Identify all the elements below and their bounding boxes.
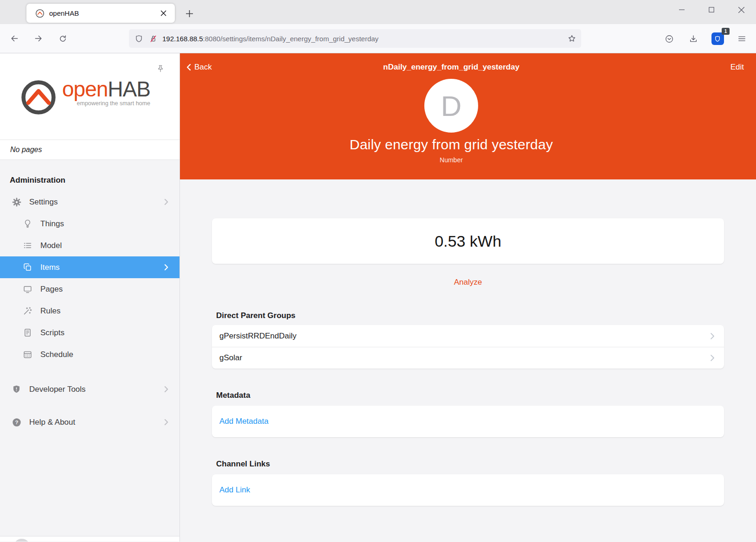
sidebar-item-label: Help & About bbox=[29, 418, 75, 427]
chevron-right-icon bbox=[163, 199, 169, 205]
item-state-value: 0.53 kWh bbox=[435, 232, 501, 250]
sidebar-item-help-about[interactable]: ? Help & About bbox=[0, 411, 179, 433]
sidebar-item-scripts[interactable]: Scripts bbox=[0, 322, 179, 344]
sidebar-item-schedule[interactable]: Schedule bbox=[0, 344, 179, 365]
item-type-label: Number bbox=[350, 156, 553, 164]
sidebar-item-label: Schedule bbox=[40, 350, 73, 359]
parent-groups-card: gPersistRRDEndDaily gSolar bbox=[212, 325, 724, 369]
browser-back-button[interactable] bbox=[6, 31, 22, 46]
sidebar-item-rules[interactable]: Rules bbox=[0, 300, 179, 322]
openhab-favicon-icon bbox=[35, 9, 45, 18]
add-metadata-link[interactable]: Add Metadata bbox=[219, 417, 269, 426]
sidebar-item-label: Pages bbox=[40, 285, 63, 294]
sidebar-item-items[interactable]: Items bbox=[0, 256, 179, 278]
back-button[interactable]: Back bbox=[186, 63, 212, 72]
bitwarden-extension-icon[interactable]: 1 bbox=[710, 31, 725, 47]
item-avatar: D bbox=[424, 79, 478, 133]
menu-hamburger-icon[interactable] bbox=[734, 31, 750, 47]
chevron-left-icon bbox=[186, 64, 192, 70]
tracking-protection-shield-icon[interactable] bbox=[135, 34, 143, 43]
item-avatar-letter: D bbox=[441, 89, 462, 122]
group-row-gpersistrrdenddaily[interactable]: gPersistRRDEndDaily bbox=[212, 325, 724, 347]
direct-parent-groups-heading: Direct Parent Groups bbox=[212, 311, 724, 320]
browser-titlebar: openHAB bbox=[0, 0, 756, 24]
edit-button[interactable]: Edit bbox=[730, 63, 744, 72]
question-circle-icon: ? bbox=[10, 417, 23, 427]
logo-open-text: open bbox=[62, 77, 108, 101]
administration-heading: Administration bbox=[0, 169, 179, 191]
chevron-right-icon bbox=[709, 355, 716, 361]
chevron-right-icon bbox=[163, 386, 169, 392]
browser-forward-button[interactable] bbox=[31, 31, 46, 46]
sidebar-item-label: Settings bbox=[29, 198, 58, 207]
avatar[interactable] bbox=[13, 539, 30, 542]
sidebar-item-label: Rules bbox=[40, 306, 60, 316]
browser-reload-button[interactable] bbox=[55, 31, 70, 46]
script-document-icon bbox=[21, 328, 34, 338]
insecure-lock-icon[interactable] bbox=[149, 34, 158, 43]
openhab-logo: openHAB empowering the smart home bbox=[19, 78, 150, 116]
item-label: Daily energy from grid yesterday bbox=[350, 137, 553, 153]
maximize-button[interactable] bbox=[697, 0, 726, 19]
add-link-link[interactable]: Add Link bbox=[219, 485, 250, 495]
pages-display-icon bbox=[21, 284, 34, 294]
item-header: Back nDaily_energy_from_grid_yesterday E… bbox=[180, 53, 756, 179]
sidebar-footer bbox=[0, 536, 179, 542]
page-title: nDaily_energy_from_grid_yesterday bbox=[383, 63, 519, 72]
analyze-link[interactable]: Analyze bbox=[454, 278, 482, 287]
browser-toolbar: 192.168.88.5:8080/settings/items/nDaily_… bbox=[0, 24, 756, 53]
pin-panel-icon[interactable] bbox=[156, 64, 165, 73]
calendar-icon bbox=[21, 350, 34, 359]
downloads-icon[interactable] bbox=[686, 31, 701, 47]
url-text[interactable]: 192.168.88.5:8080/settings/items/nDaily_… bbox=[162, 35, 567, 43]
sidebar-item-label: Items bbox=[40, 263, 60, 272]
sidebar-item-model[interactable]: Model bbox=[0, 235, 179, 256]
state-card: 0.53 kWh bbox=[212, 218, 724, 264]
extension-badge: 1 bbox=[722, 28, 730, 35]
back-label: Back bbox=[194, 63, 212, 72]
tab-close-icon[interactable] bbox=[157, 7, 169, 19]
sidebar-item-label: Model bbox=[40, 241, 62, 250]
chevron-right-icon bbox=[163, 419, 169, 425]
close-window-button[interactable] bbox=[726, 0, 756, 19]
window-controls bbox=[667, 0, 756, 19]
group-name: gSolar bbox=[219, 353, 242, 363]
openhab-logo-icon bbox=[19, 78, 58, 116]
sidebar-logo-panel: openHAB empowering the smart home bbox=[0, 53, 179, 140]
minimize-button[interactable] bbox=[667, 0, 697, 19]
model-tree-icon bbox=[21, 241, 34, 250]
sidebar-menu: Administration Settings Things bbox=[0, 160, 179, 433]
sidebar-item-label: Scripts bbox=[40, 328, 64, 338]
url-bar[interactable]: 192.168.88.5:8080/settings/items/nDaily_… bbox=[129, 29, 581, 48]
analyze-row: Analyze bbox=[180, 278, 756, 287]
bookmark-star-icon[interactable] bbox=[567, 34, 577, 43]
tab-title: openHAB bbox=[49, 9, 157, 17]
main-panel: Back nDaily_energy_from_grid_yesterday E… bbox=[180, 53, 756, 542]
sidebar-item-things[interactable]: Things bbox=[0, 213, 179, 235]
no-pages-label: No pages bbox=[0, 140, 179, 160]
channel-links-card: Add Link bbox=[212, 474, 724, 506]
lightbulb-icon bbox=[21, 219, 34, 229]
sidebar-item-pages[interactable]: Pages bbox=[0, 278, 179, 300]
group-name: gPersistRRDEndDaily bbox=[219, 332, 296, 341]
items-copy-icon bbox=[21, 262, 34, 272]
gear-icon bbox=[10, 197, 23, 207]
sidebar-item-settings[interactable]: Settings bbox=[0, 191, 179, 213]
new-tab-button[interactable] bbox=[182, 6, 197, 21]
sidebar-item-label: Developer Tools bbox=[29, 385, 86, 394]
url-host: 192.168.88.5 bbox=[162, 35, 203, 43]
browser-tab[interactable]: openHAB bbox=[26, 4, 175, 23]
logo-hab-text: HAB bbox=[108, 77, 150, 101]
group-row-gsolar[interactable]: gSolar bbox=[212, 347, 724, 369]
sidebar-item-developer-tools[interactable]: Developer Tools bbox=[0, 378, 179, 400]
pocket-icon[interactable] bbox=[661, 31, 677, 47]
sidebar-item-label: Things bbox=[40, 219, 64, 229]
metadata-card: Add Metadata bbox=[212, 406, 724, 437]
sidebar: openHAB empowering the smart home No pag… bbox=[0, 53, 180, 542]
chevron-right-icon bbox=[163, 264, 169, 270]
url-path: :8080/settings/items/nDaily_energy_from_… bbox=[203, 35, 379, 43]
channel-links-heading: Channel Links bbox=[212, 459, 724, 469]
svg-text:?: ? bbox=[15, 420, 18, 425]
toolbar-right-icons: 1 bbox=[661, 24, 750, 53]
chevron-right-icon bbox=[709, 333, 716, 339]
